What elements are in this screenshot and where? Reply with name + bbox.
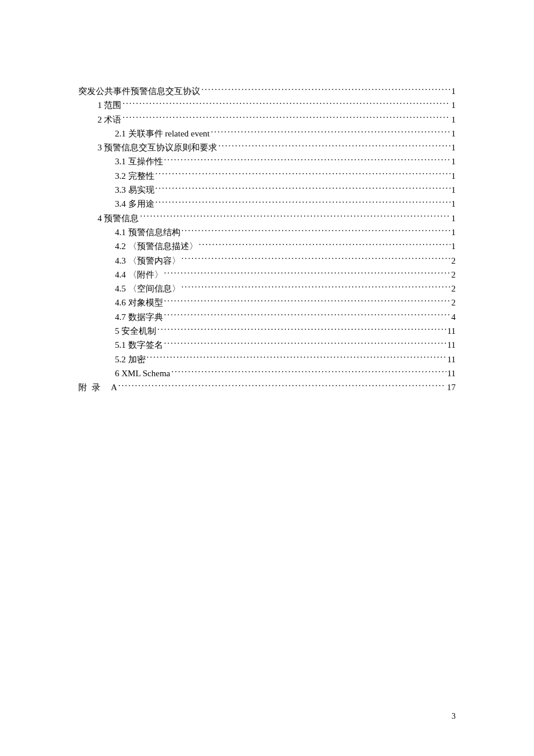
toc-entry-label: 4.2 〈预警信息描述〉 — [115, 239, 198, 253]
toc-leader-dots — [122, 99, 450, 108]
toc-entry-label: 3.4 多用途 — [115, 197, 154, 211]
toc-entry-label: 4.4 〈附件〉 — [115, 268, 163, 282]
toc-appendix-row: 附录 A 17 — [78, 380, 456, 394]
toc-entry: 4 预警信息 1 — [78, 211, 456, 225]
toc-entry: 4.5 〈空间信息〉 2 — [78, 282, 456, 296]
table-of-contents: 突发公共事件预警信息交互协议 1 1 范围 12 术语 12.1 关联事件 re… — [78, 84, 456, 395]
toc-leader-dots — [182, 255, 450, 264]
toc-entry-page: 1 — [452, 211, 456, 225]
toc-entry-page: 1 — [452, 113, 456, 127]
toc-entry-page: 2 — [452, 254, 456, 268]
toc-leader-dots — [140, 213, 450, 221]
toc-entry-label: 2.1 关联事件 related event — [115, 127, 210, 141]
toc-entry: 2 术语 1 — [78, 113, 456, 127]
toc-entry: 4.7 数据字典 4 — [78, 310, 456, 324]
toc-title-row: 突发公共事件预警信息交互协议 1 — [78, 84, 456, 98]
toc-leader-dots — [156, 198, 450, 207]
toc-leader-dots — [118, 381, 446, 390]
toc-entry-label: 5.1 数字签名 — [115, 338, 163, 352]
toc-entry-page: 1 — [452, 169, 456, 183]
toc-entry: 4.6 对象模型 2 — [78, 296, 456, 309]
toc-leader-dots — [218, 142, 450, 150]
toc-entry-label: 3.2 完整性 — [115, 169, 154, 183]
toc-entry-label: 3.1 互操作性 — [115, 154, 163, 168]
toc-entry-page: 11 — [448, 352, 456, 366]
toc-title-page: 1 — [452, 84, 456, 98]
toc-entry-page: 1 — [452, 183, 456, 197]
toc-entry-page: 1 — [452, 127, 456, 141]
toc-entry-label: 5 安全机制 — [115, 324, 156, 338]
toc-entry-label: 4.1 预警信息结构 — [115, 225, 181, 239]
toc-entry-label: 4.7 数据字典 — [115, 310, 163, 324]
toc-entry-label: 4.6 对象模型 — [115, 296, 163, 309]
toc-entry-page: 1 — [452, 225, 456, 239]
toc-entry-page: 2 — [452, 282, 456, 296]
toc-entry-label: 6 XML Schema — [115, 366, 170, 380]
toc-leader-dots — [171, 368, 446, 376]
toc-leader-dots — [201, 85, 450, 94]
toc-title-label: 突发公共事件预警信息交互协议 — [78, 84, 200, 98]
toc-entry: 5.1 数字签名 11 — [78, 338, 456, 352]
appendix-page: 17 — [447, 380, 456, 394]
toc-entry-page: 11 — [448, 366, 456, 380]
toc-entry-label: 3 预警信息交互协议原则和要求 — [98, 141, 217, 154]
toc-entry: 3.4 多用途 1 — [78, 197, 456, 211]
appendix-prefix: 附录 — [78, 380, 105, 394]
toc-leader-dots — [156, 170, 450, 179]
toc-entry: 4.3 〈预警内容〉 2 — [78, 254, 456, 268]
toc-entry: 5 安全机制 11 — [78, 324, 456, 338]
toc-entry-label: 1 范围 — [98, 98, 121, 112]
toc-entry: 1 范围 1 — [78, 98, 456, 112]
page-number: 3 — [452, 712, 456, 721]
toc-entry-page: 1 — [452, 239, 456, 253]
toc-leader-dots — [164, 311, 450, 320]
toc-entry-page: 2 — [452, 268, 456, 282]
toc-entry-page: 1 — [452, 141, 456, 154]
toc-entry: 4.4 〈附件〉 2 — [78, 268, 456, 282]
toc-entry-page: 11 — [448, 324, 456, 338]
toc-leader-dots — [182, 226, 450, 235]
toc-entry-label: 2 术语 — [98, 113, 121, 127]
toc-leader-dots — [156, 184, 450, 193]
toc-entry-page: 1 — [452, 98, 456, 112]
toc-entry-page: 1 — [452, 154, 456, 168]
toc-entry-page: 11 — [448, 338, 456, 352]
toc-entry: 3.1 互操作性 1 — [78, 154, 456, 168]
toc-leader-dots — [122, 114, 450, 123]
toc-leader-dots — [164, 339, 446, 348]
toc-entry-label: 5.2 加密 — [115, 352, 146, 366]
toc-entry-page: 2 — [452, 296, 456, 309]
toc-entry: 3 预警信息交互协议原则和要求 1 — [78, 141, 456, 154]
appendix-label: A — [111, 380, 117, 394]
toc-leader-dots — [164, 297, 450, 305]
toc-leader-dots — [211, 128, 450, 136]
toc-entry: 6 XML Schema 11 — [78, 366, 456, 380]
toc-entry-label: 4 预警信息 — [98, 211, 139, 225]
toc-entry: 4.2 〈预警信息描述〉 1 — [78, 239, 456, 253]
toc-entry: 3.3 易实现 1 — [78, 183, 456, 197]
toc-leader-dots — [182, 283, 450, 291]
toc-leader-dots — [147, 354, 446, 362]
toc-leader-dots — [199, 240, 450, 249]
toc-leader-dots — [164, 269, 450, 278]
toc-entry-page: 4 — [452, 310, 456, 324]
toc-entry: 5.2 加密 11 — [78, 352, 456, 366]
toc-entry: 4.1 预警信息结构 1 — [78, 225, 456, 239]
toc-entry: 3.2 完整性 1 — [78, 169, 456, 183]
toc-entry-page: 1 — [452, 197, 456, 211]
toc-entry: 2.1 关联事件 related event 1 — [78, 127, 456, 141]
toc-entry-label: 4.5 〈空间信息〉 — [115, 282, 181, 296]
toc-leader-dots — [164, 156, 450, 164]
toc-leader-dots — [157, 325, 446, 334]
toc-entry-label: 3.3 易实现 — [115, 183, 154, 197]
toc-entry-label: 4.3 〈预警内容〉 — [115, 254, 181, 268]
